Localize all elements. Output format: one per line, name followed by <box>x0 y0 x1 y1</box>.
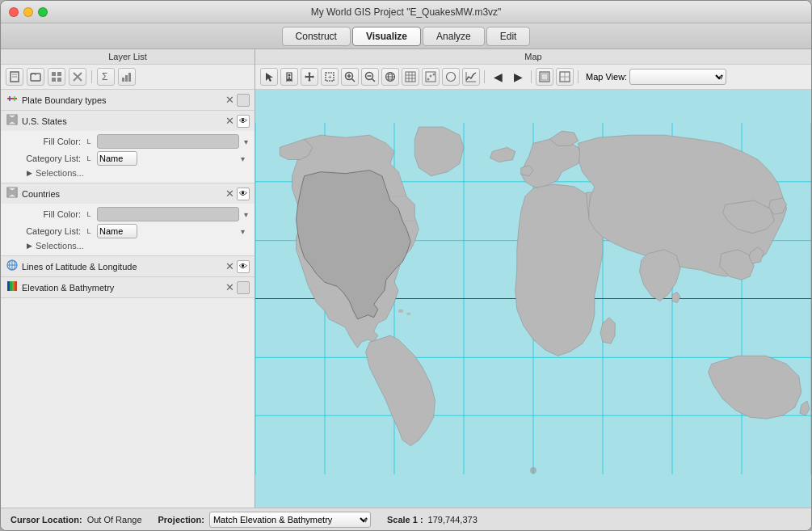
map-zoom-out-tool[interactable] <box>361 68 379 86</box>
latlong-close[interactable]: ✕ <box>225 260 234 272</box>
elevation-icon <box>6 280 19 294</box>
layer-elevation-header: Elevation & Bathymetry ✕ <box>1 277 255 297</box>
map-toolbar-sep3 <box>578 70 578 83</box>
countries-fill-icon: L <box>84 210 94 218</box>
countries-fill-color[interactable] <box>97 207 239 221</box>
map-globe-tool[interactable] <box>381 68 399 86</box>
map-frame-tool2[interactable] <box>556 68 574 86</box>
svg-rect-7 <box>57 78 61 82</box>
layer-us-states: U.S. States ✕ 👁 Fill Color: L ▾ <box>1 111 255 183</box>
scale-value: 179,744,373 <box>428 515 478 525</box>
layer-lat-long: Lines of Latitude & Longitude ✕ 👁 <box>1 256 255 277</box>
svg-rect-75 <box>398 310 403 313</box>
layer-open-btn[interactable] <box>27 68 44 86</box>
countries-triangle: ▶ <box>27 242 32 250</box>
svg-line-32 <box>352 79 356 82</box>
states-fill-label: Fill Color: <box>20 137 81 146</box>
left-panel: Layer List <box>1 49 255 508</box>
layer-toolbar: Σ <box>1 65 255 90</box>
layer-countries-header: Countries ✕ 👁 <box>1 183 255 204</box>
states-selections[interactable]: Selections... <box>36 168 84 178</box>
latlong-controls: ✕ 👁 <box>225 260 250 273</box>
map-grid-tool[interactable] <box>402 68 419 86</box>
countries-close[interactable]: ✕ <box>225 188 234 200</box>
countries-props: Fill Color: L ▾ Category List: L Name <box>1 204 255 255</box>
svg-rect-56 <box>541 74 548 80</box>
states-visibility[interactable]: 👁 <box>237 115 250 128</box>
tab-analyze[interactable]: Analyze <box>423 27 485 46</box>
countries-fill-label: Fill Color: <box>20 209 81 219</box>
layer-countries: Countries ✕ 👁 Fill Color: L ▾ <box>1 183 255 256</box>
elevation-visibility[interactable] <box>237 281 250 294</box>
svg-rect-4 <box>52 72 56 76</box>
svg-rect-24 <box>10 281 12 291</box>
map-select-tool[interactable] <box>260 68 278 86</box>
main-content: Layer List <box>1 49 811 508</box>
layer-states-header: U.S. States ✕ 👁 <box>1 111 255 131</box>
close-button[interactable] <box>9 7 19 17</box>
svg-point-50 <box>430 75 432 78</box>
map-view-label: Map View: <box>586 72 627 82</box>
layer-delete-btn[interactable] <box>69 68 86 86</box>
scale-item: Scale 1 : 179,744,373 <box>387 515 478 525</box>
map-chart-tool[interactable] <box>462 68 480 86</box>
svg-rect-23 <box>7 281 10 291</box>
plate-boundary-close[interactable]: ✕ <box>225 94 234 106</box>
countries-category-row: Category List: L Name <box>20 224 248 238</box>
map-plot-tool[interactable] <box>422 68 440 86</box>
traffic-lights <box>9 7 48 17</box>
map-zoom-rect-tool[interactable]: + <box>321 68 339 86</box>
countries-fill-row: Fill Color: L ▾ <box>20 207 248 221</box>
minimize-button[interactable] <box>23 7 33 17</box>
projection-select[interactable]: Match Elevation & Bathymetry <box>209 512 371 528</box>
svg-rect-13 <box>128 73 131 82</box>
svg-rect-5 <box>57 72 61 76</box>
map-canvas[interactable] <box>255 90 811 508</box>
countries-controls: ✕ 👁 <box>225 188 250 200</box>
map-pan-tool[interactable] <box>301 68 318 86</box>
layers-area: Plate Boundary types ✕ <box>1 90 255 508</box>
map-toolbar-sep <box>484 70 485 83</box>
app-window: My World GIS Project "E_QuakesMW.m3vz" C… <box>0 0 812 531</box>
elevation-close[interactable]: ✕ <box>225 281 234 293</box>
map-info-tool[interactable] <box>280 68 298 86</box>
states-props: Fill Color: L ▾ Category List: L Name <box>1 131 255 183</box>
svg-point-51 <box>433 74 435 76</box>
layer-latlong-header: Lines of Latitude & Longitude ✕ 👁 <box>1 256 255 276</box>
nav-next-btn[interactable]: ▶ <box>509 68 527 86</box>
tab-edit[interactable]: Edit <box>486 27 531 46</box>
map-header: Map <box>255 49 811 65</box>
tab-construct[interactable]: Construct <box>282 27 351 46</box>
states-category-icon: L <box>84 154 94 162</box>
svg-point-27 <box>288 74 291 77</box>
cursor-value: Out Of Range <box>87 515 142 525</box>
tab-bar: Construct Visualize Analyze Edit <box>1 23 811 49</box>
plate-boundary-visibility[interactable] <box>237 94 250 107</box>
tab-visualize[interactable]: Visualize <box>352 27 421 46</box>
layer-chart-btn[interactable] <box>118 68 136 86</box>
map-view-select[interactable] <box>629 69 726 85</box>
layer-new-btn[interactable] <box>6 68 23 86</box>
nav-prev-btn[interactable]: ◀ <box>489 68 507 86</box>
countries-category-select[interactable]: Name <box>97 224 137 238</box>
countries-selections[interactable]: Selections... <box>36 241 84 251</box>
cursor-label: Cursor Location: <box>11 515 82 525</box>
scale-label: Scale 1 : <box>387 515 423 525</box>
projection-label: Projection: <box>158 515 204 525</box>
states-close[interactable]: ✕ <box>225 115 234 127</box>
layer-plate-boundary: Plate Boundary types ✕ <box>1 90 255 111</box>
svg-rect-12 <box>125 75 128 82</box>
maximize-button[interactable] <box>38 7 48 17</box>
layer-elevation: Elevation & Bathymetry ✕ <box>1 277 255 298</box>
layer-stats-btn[interactable]: Σ <box>97 68 115 86</box>
map-zoom-in-tool[interactable] <box>341 68 359 86</box>
map-frame-tool1[interactable] <box>536 68 553 86</box>
states-fill-color[interactable] <box>97 134 239 149</box>
map-circle-tool[interactable] <box>442 68 460 86</box>
layer-grid-btn[interactable] <box>48 68 65 86</box>
states-category-select[interactable]: Name <box>97 151 137 166</box>
latlong-visibility[interactable]: 👁 <box>237 260 250 273</box>
states-fill-icon: L <box>84 137 94 145</box>
countries-visibility[interactable]: 👁 <box>237 188 250 200</box>
svg-point-77 <box>530 467 536 474</box>
